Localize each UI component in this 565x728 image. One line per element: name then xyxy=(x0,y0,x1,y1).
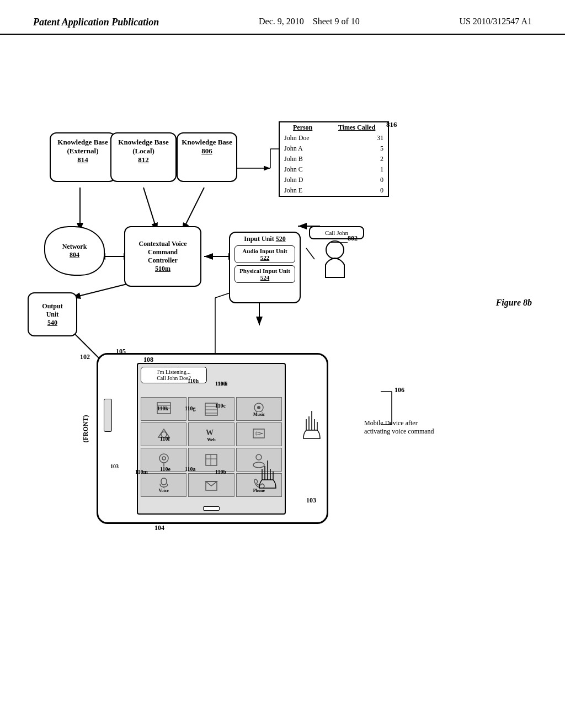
svg-point-46 xyxy=(159,454,168,463)
app-label-110h: 110h xyxy=(188,378,199,384)
app-cell-110n xyxy=(188,473,234,497)
app-label-110g: 110g xyxy=(185,405,195,411)
diagram-area: Knowledge Base (External) 814 Knowledge … xyxy=(0,61,565,728)
patent-number: US 2010/312547 A1 xyxy=(459,17,532,26)
home-button xyxy=(203,506,220,511)
app-cell-110k xyxy=(141,422,186,446)
ref-105: 105 xyxy=(116,347,126,356)
kb-main-box: Knowledge Base 806 xyxy=(177,132,237,182)
table-816: Person Times Called John Doe31John A5Joh… xyxy=(279,121,389,197)
svg-line-31 xyxy=(306,248,315,259)
app-label-110k: 110k xyxy=(157,405,168,411)
svg-point-41 xyxy=(257,406,260,409)
app-cell-110d: Music xyxy=(236,397,282,421)
kb-external-label: Knowledge Base (External) 814 xyxy=(54,138,111,164)
kb-local-box: Knowledge Base (Local) 812 xyxy=(110,132,177,182)
table-col1-header: Person xyxy=(280,122,326,133)
app-label-110f: 110f xyxy=(160,436,170,442)
app-label-110d: 110d xyxy=(215,381,226,387)
ref-816: 816 xyxy=(386,120,397,129)
ref-103-lower: 103 xyxy=(306,496,316,505)
person-silhouette xyxy=(320,240,350,279)
physical-input-box: Physical Input Unit 524 xyxy=(234,265,295,283)
app-cell-110b xyxy=(236,422,282,446)
publication-title: Patent Application Publication xyxy=(33,17,159,28)
sheet-info: Sheet 9 of 10 xyxy=(313,17,360,26)
ref-104: 104 xyxy=(154,524,164,532)
app-cell-110m-voice: Voice xyxy=(141,473,186,497)
svg-line-3 xyxy=(143,188,157,232)
app-label-110e: 110e xyxy=(160,466,170,472)
ref-106: 106 xyxy=(395,386,404,394)
audio-input-box: Audio Input Unit 522 xyxy=(234,245,295,263)
app-label-110b: 110b xyxy=(215,469,226,475)
page-header: Patent Application Publication Dec. 9, 2… xyxy=(0,0,565,35)
svg-marker-56 xyxy=(206,481,217,486)
app-cell-110c: W Web xyxy=(188,422,234,446)
input-unit-box: Input Unit 520 Audio Input Unit 522 Phys… xyxy=(229,232,301,303)
svg-rect-49 xyxy=(206,454,217,465)
kb-local-label: Knowledge Base (Local) 812 xyxy=(115,138,172,164)
volume-slider xyxy=(104,399,112,432)
svg-marker-45 xyxy=(256,432,263,435)
mobile-device-label: Mobile Device after activating voice com… xyxy=(364,419,447,436)
hand-pointer xyxy=(292,408,331,452)
ref-108: 108 xyxy=(143,356,153,364)
svg-point-47 xyxy=(162,457,166,460)
kb-main-label: Knowledge Base 806 xyxy=(181,138,233,156)
app-label-110a: 110a xyxy=(185,466,195,472)
svg-point-32 xyxy=(326,241,344,259)
app-label-103-mic: 103 xyxy=(110,463,119,469)
table-col2-header: Times Called xyxy=(326,122,388,133)
network-cloud: Network 804 xyxy=(44,226,105,276)
header-center: Dec. 9, 2010 Sheet 9 of 10 xyxy=(259,17,360,26)
app-label-110m: 110m xyxy=(135,469,148,475)
figure-label: Figure 8b xyxy=(496,298,532,308)
app-label-110c: 110c xyxy=(215,403,226,409)
ref-102: 102 xyxy=(80,353,90,361)
kb-external-box: Knowledge Base (External) 814 xyxy=(50,132,116,182)
svg-line-4 xyxy=(182,188,204,232)
svg-text:W: W xyxy=(206,429,214,437)
front-label: (FRONT) xyxy=(82,407,90,451)
pub-date: Dec. 9, 2010 xyxy=(259,17,304,26)
hand-pointer-2 xyxy=(248,458,287,502)
cvcc-box: Contextual Voice Command Controller 510m xyxy=(124,226,201,287)
output-unit-box: Output Unit 540 xyxy=(28,292,77,336)
